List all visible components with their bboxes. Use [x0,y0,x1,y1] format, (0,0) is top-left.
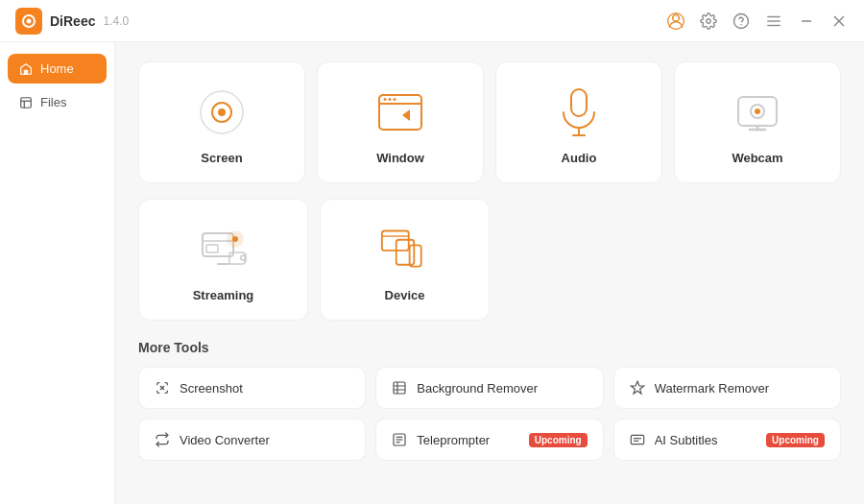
app-name: DiReec [50,13,95,29]
more-tools-section: More Tools Screenshot [138,340,841,461]
teleprompter-tool[interactable]: Teleprompter Upcoming [375,419,603,461]
screenshot-tool[interactable]: Screenshot [138,367,366,409]
video-converter-label: Video Converter [180,433,270,447]
app-logo [15,8,42,35]
screenshot-label: Screenshot [180,381,243,396]
svg-point-2 [707,18,711,23]
titlebar-left: DiReec 1.4.0 [15,8,129,35]
background-remover-tool[interactable]: Background Remover [375,367,603,409]
svg-rect-41 [409,245,420,266]
secondary-recording-grid: Streaming Device [138,199,841,321]
teleprompter-label: Teleprompter [417,433,490,447]
device-card[interactable]: Device [320,199,490,321]
svg-rect-23 [571,89,587,116]
svg-point-36 [232,236,238,242]
svg-rect-50 [631,435,643,444]
tools-grid: Screenshot Background Remover [138,367,841,461]
svg-point-17 [218,108,226,116]
video-converter-icon [155,432,170,447]
help-icon[interactable] [732,12,751,31]
sidebar-item-files[interactable]: Files [8,87,107,117]
svg-point-28 [755,108,760,114]
svg-point-22 [394,98,396,101]
svg-point-20 [384,98,387,101]
ai-subtitles-tool[interactable]: AI Subtitles Upcoming [613,419,841,461]
svg-rect-11 [24,70,28,74]
svg-rect-37 [229,252,245,264]
screen-card-label: Screen [201,151,242,165]
webcam-card[interactable]: Webcam [674,61,841,183]
streaming-card[interactable]: Streaming [138,199,308,321]
webcam-card-label: Webcam [732,151,782,165]
screenshot-icon [155,380,170,396]
window-icon [373,85,427,139]
ai-subtitles-label: AI Subtitles [655,433,718,447]
svg-marker-45 [631,381,643,394]
audio-icon [552,85,606,139]
svg-rect-33 [206,245,218,252]
ai-subtitles-upcoming-badge: Upcoming [766,433,825,447]
home-icon [19,62,33,76]
user-icon[interactable] [666,12,685,31]
titlebar: DiReec 1.4.0 [0,0,864,42]
settings-icon[interactable] [699,12,718,31]
logo-inner [22,14,36,28]
background-remover-icon [392,380,407,396]
webcam-icon [731,85,784,139]
streaming-card-label: Streaming [193,288,254,302]
close-button[interactable] [829,12,849,31]
svg-rect-40 [396,240,414,265]
sidebar-item-files-label: Files [40,95,66,109]
audio-card-label: Audio [562,151,597,165]
window-card[interactable]: Window [317,61,484,183]
watermark-remover-tool[interactable]: Watermark Remover [613,367,841,409]
device-icon [378,223,432,276]
device-card-label: Device [385,288,425,302]
svg-rect-12 [21,97,32,108]
background-remover-label: Background Remover [417,381,538,396]
svg-point-21 [389,98,392,101]
main-recording-grid: Screen Window [138,61,841,183]
sidebar-item-home-label: Home [40,61,74,76]
screen-icon [195,85,249,139]
app-version: 1.4.0 [103,14,129,28]
teleprompter-upcoming-badge: Upcoming [529,433,588,447]
files-icon [19,96,33,109]
sidebar: Home Files [0,42,115,504]
titlebar-right [666,12,849,31]
window-card-label: Window [376,151,424,165]
svg-rect-44 [394,382,405,394]
main-layout: Home Files [0,42,864,504]
streaming-icon [197,223,251,276]
svg-point-0 [673,14,680,21]
minimize-button[interactable] [797,12,816,31]
teleprompter-icon [392,432,407,447]
svg-point-3 [734,13,749,28]
content-area: Screen Window [115,42,864,504]
screen-card[interactable]: Screen [138,61,305,183]
video-converter-tool[interactable]: Video Converter [138,419,366,461]
watermark-remover-icon [630,380,645,396]
more-tools-title: More Tools [138,340,841,355]
audio-card[interactable]: Audio [495,61,662,183]
ai-subtitles-icon [630,432,645,447]
watermark-remover-label: Watermark Remover [655,381,769,396]
empty-space [501,199,841,321]
sidebar-item-home[interactable]: Home [8,54,107,84]
menu-icon[interactable] [764,12,783,31]
